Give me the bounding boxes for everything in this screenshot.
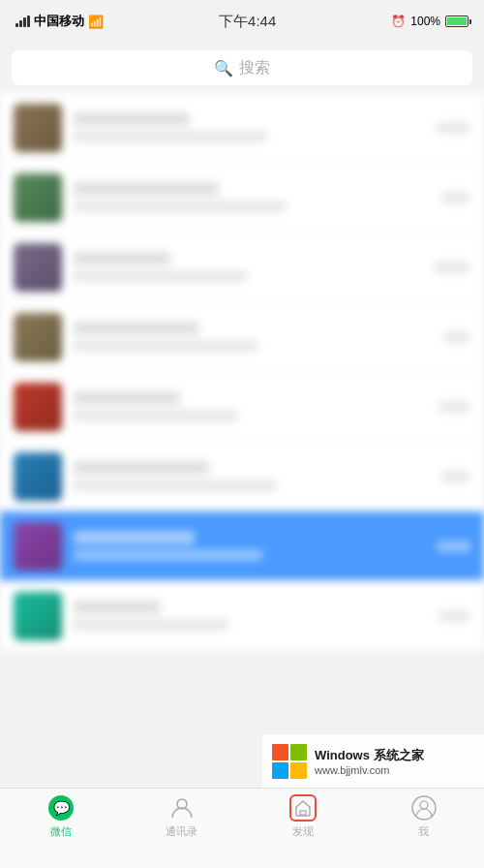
status-bar: 中国移动 📶 下午4:44 ⏰ 100% — [0, 0, 484, 43]
chat-time — [439, 401, 470, 413]
chat-time — [443, 331, 470, 343]
chat-preview — [74, 201, 287, 212]
watermark-text: Windows 系统之家 www.bjjmlv.com — [315, 747, 424, 776]
chat-content — [74, 182, 434, 212]
tab-wechat-label: 微信 — [50, 824, 72, 839]
chat-item[interactable] — [0, 581, 484, 651]
contacts-tab-icon — [168, 794, 196, 822]
chat-item[interactable] — [0, 163, 484, 232]
chat-bubble-icon: 💬 — [47, 794, 75, 822]
search-bar[interactable]: 🔍 搜索 — [12, 50, 472, 85]
signal-bar-2 — [19, 20, 22, 27]
alarm-icon: ⏰ — [391, 15, 406, 28]
chat-meta — [441, 471, 470, 482]
avatar — [14, 522, 62, 571]
chat-name — [74, 601, 161, 614]
avatar — [14, 313, 62, 361]
status-right: ⏰ 100% — [391, 15, 469, 28]
chat-name — [74, 182, 219, 196]
battery-fill — [447, 17, 467, 25]
tab-contacts[interactable]: 通讯录 — [121, 794, 242, 839]
chat-name — [74, 461, 209, 475]
chat-item[interactable] — [0, 302, 484, 372]
chat-item[interactable] — [0, 232, 484, 302]
chat-item-highlighted[interactable] — [0, 512, 484, 581]
status-carrier: 中国移动 📶 — [15, 13, 104, 30]
watermark-title: Windows 系统之家 — [315, 747, 424, 764]
win-quad-2 — [290, 744, 307, 760]
me-tab-icon — [410, 794, 438, 822]
win-quad-4 — [290, 762, 307, 779]
carrier-name: 中国移动 — [34, 13, 84, 30]
chat-content — [74, 322, 436, 352]
chat-meta — [437, 541, 470, 552]
tab-wechat[interactable]: 💬 微信 — [0, 794, 121, 839]
chat-meta — [434, 262, 470, 273]
chat-time — [437, 541, 470, 552]
signal-icon — [15, 16, 30, 27]
chat-content — [74, 601, 431, 631]
tab-contacts-label: 通讯录 — [166, 824, 197, 839]
chat-time — [441, 471, 470, 482]
chat-meta — [441, 192, 470, 203]
chat-name — [74, 112, 190, 126]
avatar — [14, 452, 62, 501]
main-content: 🔍 搜索 — [0, 43, 484, 788]
win-quad-3 — [272, 762, 288, 779]
chat-item[interactable] — [0, 372, 484, 442]
chat-content — [74, 252, 426, 282]
chat-content — [74, 112, 429, 142]
chat-content — [74, 461, 434, 491]
win-quad-1 — [272, 744, 288, 760]
search-icon: 🔍 — [214, 59, 233, 78]
chat-content — [74, 391, 432, 421]
chat-preview — [74, 619, 228, 631]
signal-bar-4 — [27, 16, 30, 27]
avatar — [14, 383, 62, 431]
chat-list — [0, 93, 484, 651]
chat-time — [439, 610, 470, 622]
battery-percent: 100% — [410, 15, 440, 28]
chat-preview — [74, 410, 238, 421]
wifi-icon: 📶 — [88, 15, 104, 29]
tab-me[interactable]: 我 — [363, 794, 484, 839]
svg-text:💬: 💬 — [52, 800, 70, 817]
chat-time — [437, 122, 470, 134]
avatar — [14, 592, 62, 640]
avatar — [14, 104, 62, 152]
home-icon — [293, 798, 313, 818]
person-icon — [169, 795, 195, 821]
user-circle-icon — [411, 795, 437, 821]
chat-meta — [443, 331, 470, 343]
chat-content — [74, 531, 429, 561]
search-container: 🔍 搜索 — [0, 43, 484, 93]
battery-icon — [445, 16, 469, 27]
status-time: 下午4:44 — [219, 13, 276, 31]
chat-item[interactable] — [0, 442, 484, 512]
chat-meta — [439, 610, 470, 622]
svg-rect-6 — [300, 811, 306, 815]
chat-name — [74, 531, 195, 544]
chat-meta — [439, 401, 470, 413]
avatar — [14, 243, 62, 292]
chat-time — [434, 262, 470, 273]
signal-bar-1 — [15, 23, 18, 27]
tab-bar: 💬 微信 通讯录 发现 — [0, 788, 484, 868]
wechat-tab-icon: 💬 — [47, 794, 75, 822]
chat-meta — [437, 122, 470, 134]
signal-bar-3 — [23, 17, 26, 27]
chat-preview — [74, 480, 277, 491]
svg-point-8 — [420, 801, 428, 809]
chat-name — [74, 252, 170, 265]
tab-discover[interactable]: 发现 — [242, 794, 363, 839]
chat-preview — [74, 549, 262, 561]
discover-tab-icon — [289, 794, 317, 822]
tab-me-label: 我 — [418, 824, 429, 839]
windows-logo-icon — [272, 744, 307, 779]
watermark-url: www.bjjmlv.com — [315, 764, 424, 776]
chat-item[interactable] — [0, 93, 484, 163]
avatar — [14, 173, 62, 222]
tab-discover-label: 发现 — [292, 824, 314, 839]
chat-preview — [74, 340, 257, 352]
watermark-overlay: Windows 系统之家 www.bjjmlv.com — [262, 734, 484, 788]
